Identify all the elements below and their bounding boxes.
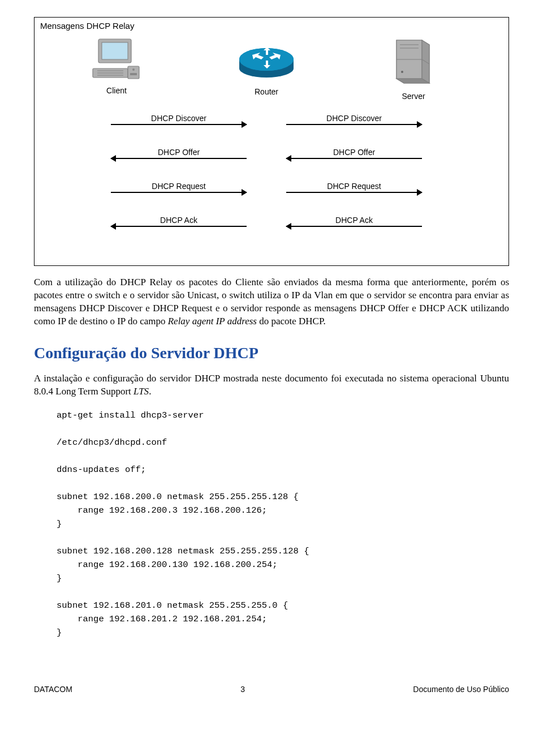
para2-text-a: A instalação e configuração do servidor … [34,373,509,397]
svg-rect-1 [102,42,128,59]
router-icon [235,42,298,82]
arrow-offer-left: DHCP Offer [108,148,249,159]
diagram-title: Mensagens DHCP Relay [40,21,134,31]
paragraph-2: A instalação e configuração do servidor … [34,372,509,398]
computer-icon [92,37,141,81]
arrow-right-icon [286,192,422,193]
server-label: Server [380,92,447,101]
client-block: Client [83,37,150,95]
arrow-discover-right: DHCP Discover [283,114,425,125]
arrow-label: DHCP Offer [283,148,425,157]
para1-text-b-italic: Relay agent IP address [168,316,257,327]
para1-text-c: do pacote DHCP. [257,316,326,327]
router-label: Router [232,87,300,96]
arrow-request-right: DHCP Request [283,182,425,193]
client-label: Client [83,86,150,95]
svg-rect-6 [128,66,139,79]
footer-right: Documento de Uso Público [413,685,509,694]
server-block: Server [380,35,447,101]
arrow-label: DHCP Request [283,182,425,191]
para2-text-b-italic: LTS [133,386,149,397]
server-icon [391,35,436,87]
footer-center: 3 [240,685,245,694]
arrow-left-icon [111,158,247,159]
arrow-ack-left: DHCP Ack [108,216,249,227]
svg-point-25 [401,71,403,73]
arrow-label: DHCP Discover [108,114,249,123]
footer-left: DATACOM [34,685,72,694]
svg-rect-8 [130,73,137,75]
paragraph-1: Com a utilização do DHCP Relay os pacote… [34,276,509,328]
arrow-right-icon [111,192,247,193]
arrow-label: DHCP Ack [283,216,425,225]
arrow-label: DHCP Ack [108,216,249,225]
arrow-request-left: DHCP Request [108,182,249,193]
arrow-right-icon [286,124,422,125]
icons-row: Client Router [35,35,508,108]
section-title: Configuração do Servidor DHCP [34,344,509,362]
page-footer: DATACOM 3 Documento de Uso Público [34,685,509,694]
arrow-left-icon [286,158,422,159]
svg-point-7 [132,68,135,71]
arrow-label: DHCP Request [108,182,249,191]
arrow-left-icon [286,226,422,227]
router-block: Router [232,42,300,96]
para2-text-c: . [149,386,151,397]
code-block: apt-get install dhcp3-server /etc/dhcp3/… [57,409,509,639]
arrow-left-icon [111,226,247,227]
arrow-right-icon [111,124,247,125]
arrow-offer-right: DHCP Offer [283,148,425,159]
arrow-discover-left: DHCP Discover [108,114,249,125]
arrow-label: DHCP Discover [283,114,425,123]
dhcp-relay-diagram: Mensagens DHCP Relay Client [34,17,509,266]
arrow-label: DHCP Offer [108,148,249,157]
arrow-ack-right: DHCP Ack [283,216,425,227]
